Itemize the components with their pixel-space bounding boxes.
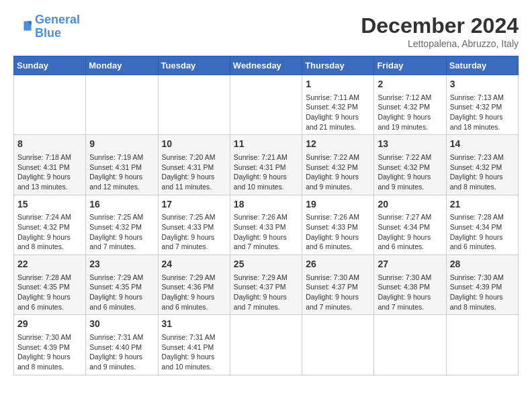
calendar-cell: 28Sunrise: 7:30 AMSunset: 4:39 PMDayligh…: [446, 255, 518, 315]
weekday-header-sunday: Sunday: [14, 56, 86, 75]
day-info: Sunrise: 7:31 AMSunset: 4:40 PMDaylight:…: [89, 332, 154, 372]
weekday-header-friday: Friday: [374, 56, 446, 75]
location: Lettopalena, Abruzzo, Italy: [361, 38, 519, 49]
weekday-header-tuesday: Tuesday: [158, 56, 230, 75]
calendar-cell: 9Sunrise: 7:19 AMSunset: 4:31 PMDaylight…: [86, 135, 158, 195]
day-number: 16: [89, 198, 154, 212]
day-number: 11: [234, 138, 298, 151]
day-number: 23: [89, 258, 154, 271]
day-info: Sunrise: 7:11 AMSunset: 4:32 PMDaylight:…: [306, 93, 370, 132]
day-number: 15: [17, 198, 82, 212]
day-info: Sunrise: 7:25 AMSunset: 4:33 PMDaylight:…: [162, 212, 226, 252]
calendar-cell: 19Sunrise: 7:26 AMSunset: 4:33 PMDayligh…: [302, 195, 374, 255]
day-number: 8: [17, 138, 82, 151]
page-header: General Blue December 2024 Lettopalena, …: [13, 13, 519, 49]
calendar-cell: 12Sunrise: 7:22 AMSunset: 4:32 PMDayligh…: [302, 135, 374, 195]
title-block: December 2024 Lettopalena, Abruzzo, Ital…: [361, 13, 519, 49]
day-info: Sunrise: 7:21 AMSunset: 4:31 PMDaylight:…: [234, 152, 298, 192]
day-info: Sunrise: 7:31 AMSunset: 4:41 PMDaylight:…: [162, 332, 226, 372]
day-number: 25: [234, 258, 298, 271]
day-number: 3: [450, 78, 515, 91]
calendar-cell: [86, 75, 158, 135]
day-number: 19: [306, 198, 370, 212]
day-info: Sunrise: 7:29 AMSunset: 4:37 PMDaylight:…: [234, 273, 298, 312]
day-info: Sunrise: 7:19 AMSunset: 4:31 PMDaylight:…: [89, 152, 154, 192]
calendar-cell: 13Sunrise: 7:22 AMSunset: 4:32 PMDayligh…: [374, 135, 446, 195]
calendar-cell: 8Sunrise: 7:18 AMSunset: 4:31 PMDaylight…: [14, 135, 86, 195]
calendar-cell: [302, 315, 374, 375]
calendar-cell: 10Sunrise: 7:20 AMSunset: 4:31 PMDayligh…: [158, 135, 230, 195]
calendar-cell: 3Sunrise: 7:13 AMSunset: 4:32 PMDaylight…: [446, 75, 518, 135]
day-number: 21: [450, 198, 515, 212]
calendar-cell: [230, 315, 302, 375]
calendar-cell: 22Sunrise: 7:28 AMSunset: 4:35 PMDayligh…: [14, 255, 86, 315]
calendar-cell: 20Sunrise: 7:27 AMSunset: 4:34 PMDayligh…: [374, 195, 446, 255]
calendar-cell: [374, 315, 446, 375]
calendar-cell: 26Sunrise: 7:30 AMSunset: 4:37 PMDayligh…: [302, 255, 374, 315]
day-number: 17: [162, 198, 226, 212]
day-info: Sunrise: 7:29 AMSunset: 4:35 PMDaylight:…: [89, 273, 154, 312]
day-info: Sunrise: 7:23 AMSunset: 4:32 PMDaylight:…: [450, 152, 515, 192]
calendar-cell: 27Sunrise: 7:30 AMSunset: 4:38 PMDayligh…: [374, 255, 446, 315]
day-info: Sunrise: 7:25 AMSunset: 4:32 PMDaylight:…: [89, 212, 154, 252]
calendar-cell: 14Sunrise: 7:23 AMSunset: 4:32 PMDayligh…: [446, 135, 518, 195]
calendar-cell: 15Sunrise: 7:24 AMSunset: 4:32 PMDayligh…: [14, 195, 86, 255]
day-number: 12: [306, 138, 370, 151]
day-info: Sunrise: 7:28 AMSunset: 4:35 PMDaylight:…: [17, 273, 82, 312]
day-info: Sunrise: 7:29 AMSunset: 4:36 PMDaylight:…: [162, 273, 226, 312]
day-info: Sunrise: 7:12 AMSunset: 4:32 PMDaylight:…: [378, 93, 442, 132]
day-info: Sunrise: 7:30 AMSunset: 4:37 PMDaylight:…: [306, 273, 370, 312]
calendar-table: SundayMondayTuesdayWednesdayThursdayFrid…: [13, 56, 519, 375]
day-info: Sunrise: 7:20 AMSunset: 4:31 PMDaylight:…: [162, 152, 226, 192]
day-number: 2: [378, 78, 442, 91]
day-number: 13: [378, 138, 442, 151]
day-number: 27: [378, 258, 442, 271]
weekday-header-saturday: Saturday: [446, 56, 518, 75]
calendar-cell: 17Sunrise: 7:25 AMSunset: 4:33 PMDayligh…: [158, 195, 230, 255]
day-number: 30: [89, 318, 154, 331]
day-info: Sunrise: 7:30 AMSunset: 4:38 PMDaylight:…: [378, 273, 442, 312]
day-number: 29: [17, 318, 82, 331]
calendar-cell: [446, 315, 518, 375]
day-number: 9: [89, 138, 154, 151]
logo-text: General Blue: [35, 13, 80, 40]
day-info: Sunrise: 7:22 AMSunset: 4:32 PMDaylight:…: [306, 152, 370, 192]
month-title: December 2024: [361, 13, 519, 38]
day-number: 18: [234, 198, 298, 212]
day-info: Sunrise: 7:26 AMSunset: 4:33 PMDaylight:…: [234, 212, 298, 252]
calendar-cell: 2Sunrise: 7:12 AMSunset: 4:32 PMDaylight…: [374, 75, 446, 135]
calendar-cell: 16Sunrise: 7:25 AMSunset: 4:32 PMDayligh…: [86, 195, 158, 255]
day-number: 24: [162, 258, 226, 271]
calendar-cell: 30Sunrise: 7:31 AMSunset: 4:40 PMDayligh…: [86, 315, 158, 375]
day-info: Sunrise: 7:30 AMSunset: 4:39 PMDaylight:…: [450, 273, 515, 312]
calendar-cell: [158, 75, 230, 135]
day-number: 31: [162, 318, 226, 331]
logo-icon: [13, 17, 32, 36]
weekday-header-monday: Monday: [86, 56, 158, 75]
day-info: Sunrise: 7:30 AMSunset: 4:39 PMDaylight:…: [17, 332, 82, 372]
calendar-cell: 25Sunrise: 7:29 AMSunset: 4:37 PMDayligh…: [230, 255, 302, 315]
calendar-cell: 21Sunrise: 7:28 AMSunset: 4:34 PMDayligh…: [446, 195, 518, 255]
day-number: 14: [450, 138, 515, 151]
day-number: 28: [450, 258, 515, 271]
day-info: Sunrise: 7:26 AMSunset: 4:33 PMDaylight:…: [306, 212, 370, 252]
day-number: 22: [17, 258, 82, 271]
calendar-cell: [230, 75, 302, 135]
calendar-cell: 1Sunrise: 7:11 AMSunset: 4:32 PMDaylight…: [302, 75, 374, 135]
weekday-header-wednesday: Wednesday: [230, 56, 302, 75]
day-info: Sunrise: 7:28 AMSunset: 4:34 PMDaylight:…: [450, 212, 515, 252]
day-info: Sunrise: 7:27 AMSunset: 4:34 PMDaylight:…: [378, 212, 442, 252]
calendar-cell: [14, 75, 86, 135]
day-info: Sunrise: 7:24 AMSunset: 4:32 PMDaylight:…: [17, 212, 82, 252]
day-number: 10: [162, 138, 226, 151]
logo: General Blue: [13, 13, 80, 40]
calendar-cell: 29Sunrise: 7:30 AMSunset: 4:39 PMDayligh…: [14, 315, 86, 375]
calendar-cell: 24Sunrise: 7:29 AMSunset: 4:36 PMDayligh…: [158, 255, 230, 315]
day-number: 1: [306, 78, 370, 91]
calendar-cell: 23Sunrise: 7:29 AMSunset: 4:35 PMDayligh…: [86, 255, 158, 315]
calendar-cell: 11Sunrise: 7:21 AMSunset: 4:31 PMDayligh…: [230, 135, 302, 195]
calendar-cell: 18Sunrise: 7:26 AMSunset: 4:33 PMDayligh…: [230, 195, 302, 255]
weekday-header-thursday: Thursday: [302, 56, 374, 75]
day-number: 20: [378, 198, 442, 212]
day-number: 26: [306, 258, 370, 271]
